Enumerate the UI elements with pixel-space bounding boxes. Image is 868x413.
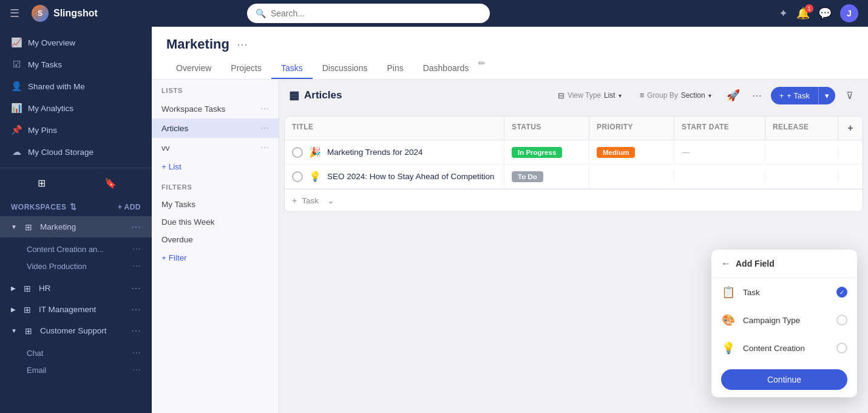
hamburger-icon[interactable]: ☰ (10, 7, 19, 20)
task-table: Title Status Priority Start Date Release… (284, 116, 863, 212)
list-item-vv[interactable]: vv ⋯ (152, 138, 279, 157)
sub-item-content-creation[interactable]: Content Creation an... ⋯ (27, 241, 152, 258)
layers-icon-btn[interactable]: ⊞ (10, 173, 73, 193)
page-more-icon[interactable]: ⋯ (237, 38, 248, 51)
search-input[interactable] (271, 9, 481, 18)
sub-item-email[interactable]: Email ⋯ (27, 361, 152, 378)
workspace-more-icon[interactable]: ⋯ (131, 325, 141, 336)
popup-item-campaign-type[interactable]: 🎨 Campaign Type (711, 306, 857, 334)
workspace-item-customer-support[interactable]: ▼ ⊞ Customer Support ⋯ (0, 320, 152, 341)
chevron-down-icon: ▾ (619, 92, 622, 99)
sub-more-icon[interactable]: ⋯ (132, 244, 141, 254)
main: 📈 My Overview ☑ My Tasks 👤 Shared with M… (0, 27, 868, 413)
sidebar-item-tasks[interactable]: ☑ My Tasks (0, 53, 152, 75)
expand-icon[interactable]: ⌄ (327, 196, 334, 205)
workspace-more-icon[interactable]: ⋯ (131, 304, 141, 315)
campaign-type-radio[interactable] (836, 315, 847, 326)
back-icon[interactable]: ← (721, 258, 731, 269)
filter-item-my-tasks[interactable]: My Tasks (152, 196, 279, 213)
sub-more-icon[interactable]: ⋯ (132, 365, 141, 375)
continue-button[interactable]: Continue (721, 369, 847, 390)
task-toolbar: ▦ Articles ⊟ View Type List ▾ ≡ Group By… (279, 80, 868, 111)
add-task-caret[interactable]: ▾ (818, 87, 835, 104)
add-list-button[interactable]: + List (152, 157, 279, 176)
add-task-button[interactable]: + + Task (771, 87, 818, 104)
content-creation-radio[interactable] (836, 343, 847, 353)
sub-item-chat[interactable]: Chat ⋯ (27, 344, 152, 361)
search-bar[interactable]: 🔍 (247, 4, 490, 23)
sidebar-item-cloud[interactable]: ☁ My Cloud Storage (0, 141, 152, 163)
tab-pins[interactable]: Pins (377, 58, 413, 79)
plus-icon: + (292, 196, 297, 205)
task-priority-cell: Medium (589, 141, 674, 164)
col-status: Status (504, 117, 589, 140)
task-radio[interactable] (836, 287, 847, 298)
filter-label: Overdue (161, 235, 193, 244)
ai-icon[interactable]: ✦ (779, 7, 788, 20)
chat-icon[interactable]: 💬 (818, 7, 832, 20)
add-workspace-btn[interactable]: + Add (118, 203, 141, 211)
more-options-button[interactable]: ⋯ (749, 87, 765, 104)
add-task-row[interactable]: + Task ⌄ (285, 189, 863, 211)
sub-item-video-production[interactable]: Video Production ⋯ (27, 258, 152, 275)
sidebar-item-shared[interactable]: 👤 Shared with Me (0, 75, 152, 97)
tab-tasks[interactable]: Tasks (271, 58, 313, 79)
tab-edit-icon[interactable]: ✏ (478, 58, 486, 79)
table-header: Title Status Priority Start Date Release… (285, 117, 863, 140)
col-title: Title (285, 117, 504, 140)
sub-more-icon[interactable]: ⋯ (132, 261, 141, 271)
tab-overview[interactable]: Overview (166, 58, 221, 79)
status-badge[interactable]: To Do (512, 171, 543, 182)
task-name[interactable]: Marketing Trends for 2024 (327, 148, 423, 157)
workspace-more-icon[interactable]: ⋯ (131, 221, 141, 233)
list-item-more[interactable]: ⋯ (260, 104, 269, 114)
list-item-articles[interactable]: Articles ⋯ (152, 118, 279, 138)
sub-more-icon[interactable]: ⋯ (132, 348, 141, 358)
list-item-more[interactable]: ⋯ (260, 143, 269, 152)
group-by-button[interactable]: ≡ Group By Section ▾ (634, 88, 717, 103)
notification-icon[interactable]: 🔔 1 (796, 7, 810, 20)
bookmark-icon-btn[interactable]: 🔖 (78, 173, 142, 193)
logo-icon: S (32, 5, 49, 22)
workspace-label: HR (39, 284, 51, 293)
filter-button[interactable]: ⊽ (841, 87, 858, 104)
tab-dashboards[interactable]: Dashboards (413, 58, 479, 79)
filter-item-overdue[interactable]: Overdue (152, 231, 279, 248)
workspace-item-hr[interactable]: ▶ ⊞ HR ⋯ (0, 278, 152, 299)
task-name[interactable]: SEO 2024: How to Stay Ahead of Competiti… (327, 172, 494, 181)
priority-badge[interactable]: Medium (597, 147, 635, 158)
view-type-button[interactable]: ⊟ View Type List ▾ (552, 88, 628, 103)
workspace-item-marketing[interactable]: ▼ ⊞ Marketing ⋯ (0, 216, 152, 237)
sidebar-item-label: My Pins (28, 126, 57, 135)
list-item-more[interactable]: ⋯ (260, 123, 269, 133)
table-row: 💡 SEO 2024: How to Stay Ahead of Competi… (285, 165, 863, 189)
status-badge[interactable]: In Progress (512, 147, 562, 158)
list-item-workspace-tasks[interactable]: Workspace Tasks ⋯ (152, 99, 279, 118)
workspace-content: LISTS Workspace Tasks ⋯ Articles ⋯ vv ⋯ … (152, 80, 868, 413)
sidebar-item-analytics[interactable]: 📊 My Analytics (0, 97, 152, 119)
avatar[interactable]: J (840, 4, 858, 22)
rocket-button[interactable]: 🚀 (724, 86, 743, 105)
col-release: Release (765, 117, 838, 140)
sidebar-item-label: Shared with Me (28, 82, 85, 91)
tab-projects[interactable]: Projects (221, 58, 271, 79)
task-checkbox[interactable] (292, 171, 303, 182)
popup-item-label: Content Creation (743, 344, 829, 353)
filter-item-due-week[interactable]: Due this Week (152, 213, 279, 231)
sidebar-item-pins[interactable]: 📌 My Pins (0, 119, 152, 141)
campaign-type-icon: 🎨 (721, 313, 736, 327)
popup-item-task[interactable]: 📋 Task (711, 278, 857, 306)
col-add-field[interactable]: + (838, 117, 863, 140)
section-title-label: Articles (304, 89, 342, 101)
workspace-more-icon[interactable]: ⋯ (131, 282, 141, 294)
sort-icon[interactable]: ⇅ (70, 202, 77, 211)
popup-item-content-creation[interactable]: 💡 Content Creation (711, 334, 857, 362)
add-label: Add (124, 203, 141, 211)
task-checkbox[interactable] (292, 147, 303, 158)
workspace-icon: ⊞ (23, 326, 34, 336)
tab-discussions[interactable]: Discussions (313, 58, 378, 79)
workspace-item-it[interactable]: ▶ ⊞ IT Management ⋯ (0, 299, 152, 320)
add-filter-button[interactable]: + Filter (152, 248, 279, 267)
add-filter-label: + Filter (161, 253, 187, 262)
sidebar-item-overview[interactable]: 📈 My Overview (0, 32, 152, 53)
